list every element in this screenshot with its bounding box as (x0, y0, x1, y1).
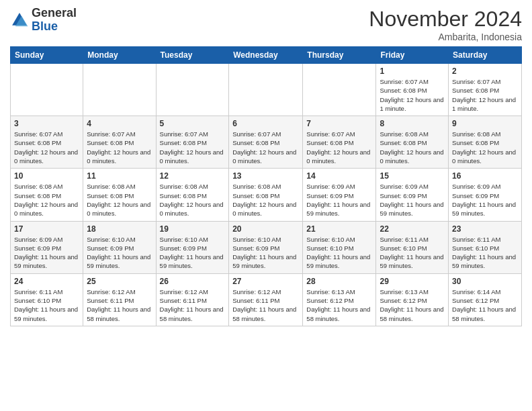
calendar-cell: 28Sunrise: 6:13 AM Sunset: 6:12 PM Dayli… (303, 273, 376, 326)
calendar-week-row: 17Sunrise: 6:09 AM Sunset: 6:09 PM Dayli… (11, 221, 522, 273)
day-info: Sunrise: 6:08 AM Sunset: 6:08 PM Dayligh… (232, 182, 299, 218)
day-info: Sunrise: 6:09 AM Sunset: 6:09 PM Dayligh… (306, 182, 372, 218)
logo-icon (10, 11, 29, 30)
day-number: 13 (232, 171, 299, 181)
calendar-cell: 9Sunrise: 6:08 AM Sunset: 6:08 PM Daylig… (449, 116, 522, 169)
day-number: 15 (380, 171, 445, 181)
day-number: 1 (380, 66, 445, 76)
day-number: 22 (380, 224, 445, 234)
day-number: 3 (14, 119, 79, 128)
calendar-header-sunday: Sunday (11, 47, 83, 64)
calendar-cell: 27Sunrise: 6:12 AM Sunset: 6:11 PM Dayli… (229, 273, 303, 326)
day-number: 29 (380, 277, 445, 286)
logo-general-text: General (32, 6, 77, 19)
day-number: 30 (452, 277, 518, 286)
calendar-cell (229, 64, 303, 116)
day-number: 18 (87, 224, 152, 234)
calendar-week-row: 3Sunrise: 6:07 AM Sunset: 6:08 PM Daylig… (11, 116, 522, 169)
calendar-cell: 14Sunrise: 6:09 AM Sunset: 6:09 PM Dayli… (303, 169, 376, 221)
day-number: 5 (160, 119, 226, 128)
day-number: 8 (380, 119, 445, 128)
calendar-header-row: SundayMondayTuesdayWednesdayThursdayFrid… (11, 47, 522, 64)
header-right: November 2024 Ambarita, Indonesia (369, 7, 522, 42)
day-number: 9 (452, 119, 518, 128)
location: Ambarita, Indonesia (369, 32, 522, 42)
day-info: Sunrise: 6:11 AM Sunset: 6:10 PM Dayligh… (380, 235, 445, 271)
day-number: 17 (14, 224, 79, 234)
calendar-cell (83, 64, 156, 116)
day-number: 16 (452, 171, 518, 181)
calendar-cell: 1Sunrise: 6:07 AM Sunset: 6:08 PM Daylig… (376, 64, 449, 116)
calendar-header-thursday: Thursday (303, 47, 376, 64)
calendar-week-row: 24Sunrise: 6:11 AM Sunset: 6:10 PM Dayli… (11, 273, 522, 326)
day-number: 19 (160, 224, 226, 234)
calendar-cell: 22Sunrise: 6:11 AM Sunset: 6:10 PM Dayli… (376, 221, 449, 273)
day-number: 11 (87, 171, 152, 181)
day-number: 14 (306, 171, 372, 181)
calendar-header-saturday: Saturday (449, 47, 522, 64)
day-info: Sunrise: 6:13 AM Sunset: 6:12 PM Dayligh… (380, 287, 445, 323)
day-info: Sunrise: 6:07 AM Sunset: 6:08 PM Dayligh… (160, 130, 226, 165)
day-info: Sunrise: 6:11 AM Sunset: 6:10 PM Dayligh… (14, 287, 79, 323)
day-number: 4 (87, 119, 152, 128)
calendar-cell: 25Sunrise: 6:12 AM Sunset: 6:11 PM Dayli… (83, 273, 156, 326)
day-info: Sunrise: 6:14 AM Sunset: 6:12 PM Dayligh… (452, 287, 518, 323)
calendar-cell: 24Sunrise: 6:11 AM Sunset: 6:10 PM Dayli… (11, 273, 83, 326)
calendar-cell (11, 64, 83, 116)
day-number: 12 (160, 171, 226, 181)
calendar-cell: 17Sunrise: 6:09 AM Sunset: 6:09 PM Dayli… (11, 221, 83, 273)
calendar-cell: 3Sunrise: 6:07 AM Sunset: 6:08 PM Daylig… (11, 116, 83, 169)
calendar-week-row: 10Sunrise: 6:08 AM Sunset: 6:08 PM Dayli… (11, 169, 522, 221)
day-number: 25 (87, 277, 152, 286)
calendar-cell: 23Sunrise: 6:11 AM Sunset: 6:10 PM Dayli… (449, 221, 522, 273)
header: General Blue November 2024 Ambarita, Ind… (10, 7, 522, 42)
day-info: Sunrise: 6:12 AM Sunset: 6:11 PM Dayligh… (160, 287, 226, 323)
day-info: Sunrise: 6:07 AM Sunset: 6:08 PM Dayligh… (14, 130, 79, 165)
calendar-cell: 29Sunrise: 6:13 AM Sunset: 6:12 PM Dayli… (376, 273, 449, 326)
day-info: Sunrise: 6:07 AM Sunset: 6:08 PM Dayligh… (380, 77, 445, 113)
day-info: Sunrise: 6:08 AM Sunset: 6:08 PM Dayligh… (14, 182, 79, 218)
day-number: 21 (306, 224, 372, 234)
day-info: Sunrise: 6:10 AM Sunset: 6:09 PM Dayligh… (232, 235, 299, 271)
page: General Blue November 2024 Ambarita, Ind… (0, 0, 532, 336)
calendar-header-wednesday: Wednesday (229, 47, 303, 64)
calendar-cell: 10Sunrise: 6:08 AM Sunset: 6:08 PM Dayli… (11, 169, 83, 221)
day-number: 10 (14, 171, 79, 181)
day-info: Sunrise: 6:08 AM Sunset: 6:08 PM Dayligh… (160, 182, 226, 218)
day-info: Sunrise: 6:13 AM Sunset: 6:12 PM Dayligh… (306, 287, 372, 323)
day-number: 7 (306, 119, 372, 128)
day-number: 24 (14, 277, 79, 286)
day-info: Sunrise: 6:09 AM Sunset: 6:09 PM Dayligh… (14, 235, 79, 271)
calendar-cell: 13Sunrise: 6:08 AM Sunset: 6:08 PM Dayli… (229, 169, 303, 221)
day-info: Sunrise: 6:08 AM Sunset: 6:08 PM Dayligh… (380, 130, 445, 165)
day-number: 6 (232, 119, 299, 128)
day-info: Sunrise: 6:08 AM Sunset: 6:08 PM Dayligh… (87, 182, 152, 218)
day-info: Sunrise: 6:07 AM Sunset: 6:08 PM Dayligh… (452, 77, 518, 113)
day-info: Sunrise: 6:11 AM Sunset: 6:10 PM Dayligh… (452, 235, 518, 271)
day-info: Sunrise: 6:10 AM Sunset: 6:09 PM Dayligh… (87, 235, 152, 271)
day-number: 23 (452, 224, 518, 234)
day-info: Sunrise: 6:10 AM Sunset: 6:09 PM Dayligh… (160, 235, 226, 271)
month-title: November 2024 (369, 7, 522, 32)
calendar-cell: 26Sunrise: 6:12 AM Sunset: 6:11 PM Dayli… (156, 273, 229, 326)
day-info: Sunrise: 6:09 AM Sunset: 6:09 PM Dayligh… (380, 182, 445, 218)
calendar-cell: 15Sunrise: 6:09 AM Sunset: 6:09 PM Dayli… (376, 169, 449, 221)
calendar-cell: 11Sunrise: 6:08 AM Sunset: 6:08 PM Dayli… (83, 169, 156, 221)
day-info: Sunrise: 6:12 AM Sunset: 6:11 PM Dayligh… (87, 287, 152, 323)
calendar-cell: 20Sunrise: 6:10 AM Sunset: 6:09 PM Dayli… (229, 221, 303, 273)
calendar-header-tuesday: Tuesday (156, 47, 229, 64)
day-info: Sunrise: 6:09 AM Sunset: 6:09 PM Dayligh… (452, 182, 518, 218)
day-info: Sunrise: 6:07 AM Sunset: 6:08 PM Dayligh… (232, 130, 299, 165)
calendar-cell: 30Sunrise: 6:14 AM Sunset: 6:12 PM Dayli… (449, 273, 522, 326)
calendar-cell: 19Sunrise: 6:10 AM Sunset: 6:09 PM Dayli… (156, 221, 229, 273)
calendar-cell: 2Sunrise: 6:07 AM Sunset: 6:08 PM Daylig… (449, 64, 522, 116)
calendar-week-row: 1Sunrise: 6:07 AM Sunset: 6:08 PM Daylig… (11, 64, 522, 116)
day-number: 28 (306, 277, 372, 286)
calendar-cell (156, 64, 229, 116)
day-info: Sunrise: 6:08 AM Sunset: 6:08 PM Dayligh… (452, 130, 518, 165)
calendar-cell: 16Sunrise: 6:09 AM Sunset: 6:09 PM Dayli… (449, 169, 522, 221)
calendar-cell: 7Sunrise: 6:07 AM Sunset: 6:08 PM Daylig… (303, 116, 376, 169)
day-info: Sunrise: 6:12 AM Sunset: 6:11 PM Dayligh… (232, 287, 299, 323)
calendar-cell: 21Sunrise: 6:10 AM Sunset: 6:10 PM Dayli… (303, 221, 376, 273)
day-number: 27 (232, 277, 299, 286)
